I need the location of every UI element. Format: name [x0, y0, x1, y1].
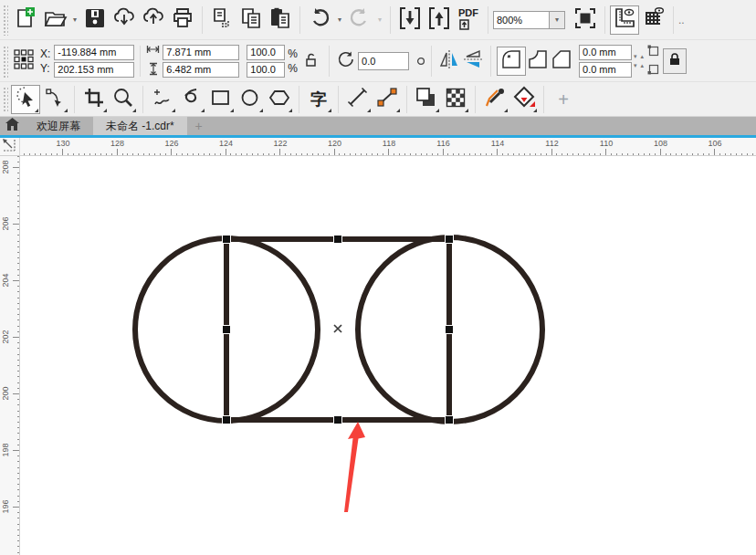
toolbar-gripper[interactable] — [2, 45, 8, 78]
show-grid-button[interactable] — [639, 5, 668, 35]
full-screen-preview-button[interactable] — [571, 5, 600, 35]
round-corner-button[interactable] — [497, 47, 526, 76]
scalloped-corner-button[interactable] — [526, 47, 550, 76]
v-ruler-label: 206 — [1, 215, 10, 233]
eyedropper-tool[interactable] — [480, 85, 509, 114]
transparency-tool[interactable] — [441, 85, 470, 114]
dimension-tool[interactable] — [343, 85, 373, 114]
tab-label: 未命名 -1.cdr* — [106, 119, 174, 134]
redo-dropdown-caret[interactable]: ▾ — [374, 16, 385, 24]
corner-radius-top-input[interactable] — [579, 45, 632, 60]
undo-dropdown-caret[interactable]: ▾ — [334, 16, 345, 24]
new-document-button[interactable] — [11, 5, 40, 35]
flip-vertical-button[interactable] — [461, 47, 485, 76]
h-ruler-minor-tick — [535, 153, 536, 155]
ruler-origin[interactable] — [0, 138, 20, 156]
object-height-input[interactable] — [163, 62, 239, 78]
h-ruler-label: 128 — [109, 139, 127, 148]
bspline-tool[interactable] — [177, 85, 206, 114]
zoom-level-dropdown-button[interactable]: ▾ — [550, 11, 565, 29]
corner-radius-bottom-input[interactable] — [579, 62, 632, 78]
open-folder-icon — [42, 5, 68, 35]
export-button[interactable] — [425, 5, 454, 35]
spinner-buttons[interactable]: ▾ ▴ — [634, 53, 645, 60]
toolbar-gripper[interactable] — [2, 4, 8, 35]
x-position-input[interactable] — [54, 45, 134, 60]
h-ruler-minor-tick — [57, 153, 58, 155]
pdf-export-button[interactable]: PDF — [454, 5, 483, 35]
v-ruler-minor-tick — [17, 461, 19, 462]
crop-tool[interactable] — [79, 85, 109, 114]
rectangle-tool[interactable] — [206, 85, 236, 114]
redo-icon — [347, 5, 373, 35]
pick-tool[interactable] — [11, 85, 40, 114]
cloud-download-button[interactable] — [110, 5, 139, 35]
toolbar-gripper[interactable] — [2, 86, 8, 113]
y-position-input[interactable] — [54, 62, 134, 78]
chamfered-corner-button[interactable] — [550, 47, 573, 76]
text-tool[interactable]: 字 — [304, 85, 333, 114]
object-width-input[interactable] — [163, 45, 239, 60]
text-tool-icon: 字 — [310, 91, 327, 108]
v-ruler-minor-tick — [17, 263, 19, 264]
drawing-canvas[interactable] — [20, 156, 756, 555]
lock-corners-button[interactable] — [663, 48, 687, 74]
freehand-tool[interactable] — [148, 85, 177, 114]
ellipse-tool[interactable] — [236, 85, 265, 114]
flip-horizontal-button[interactable] — [437, 47, 461, 76]
print-button[interactable] — [168, 5, 197, 35]
cloud-upload-button[interactable] — [139, 5, 168, 35]
tab-welcome-screen[interactable]: 欢迎屏幕 — [24, 117, 93, 135]
zoom-level-combobox[interactable]: ▾ — [493, 11, 565, 29]
copy-button[interactable] — [236, 5, 266, 35]
spinner-buttons[interactable]: ▾ ▴ — [634, 62, 645, 69]
import-button[interactable] — [395, 5, 425, 35]
toolbar-overflow-button[interactable]: .. — [678, 14, 685, 26]
save-button[interactable] — [80, 5, 110, 35]
redo-button[interactable] — [345, 5, 374, 35]
h-ruler-minor-tick — [426, 153, 427, 155]
open-dropdown-caret[interactable]: ▾ — [69, 16, 80, 24]
paste-special-button[interactable] — [207, 5, 236, 35]
vertical-ruler[interactable]: 208206204202200198196194 — [0, 156, 20, 555]
connector-tool[interactable] — [373, 85, 402, 114]
paste-button[interactable] — [266, 5, 295, 35]
h-ruler-minor-tick — [709, 153, 709, 155]
horizontal-ruler[interactable]: 130128126124122120118116114112110108106 — [20, 138, 756, 156]
tab-document[interactable]: 未命名 -1.cdr* — [93, 117, 187, 135]
add-tool-button[interactable]: + — [549, 85, 578, 114]
h-ruler-minor-tick — [447, 153, 448, 155]
smart-fill-tool[interactable] — [509, 85, 539, 114]
new-tab-button[interactable]: + — [187, 117, 211, 135]
zoom-level-input[interactable] — [493, 11, 550, 29]
v-ruler-minor-tick — [17, 416, 19, 417]
undo-button[interactable] — [305, 5, 334, 35]
eyedropper-icon — [482, 85, 508, 114]
shadow-tool[interactable] — [412, 85, 441, 114]
zoom-tool[interactable] — [109, 85, 138, 114]
show-rulers-button[interactable] — [610, 5, 639, 35]
h-ruler-minor-tick — [73, 153, 74, 155]
ellipse-tool-icon — [237, 85, 263, 114]
scale-vertical-input[interactable] — [247, 62, 285, 78]
h-ruler-minor-tick — [257, 153, 258, 155]
h-ruler-minor-tick — [752, 153, 753, 155]
scale-horizontal-input[interactable] — [247, 45, 285, 60]
v-ruler-minor-tick — [17, 354, 19, 355]
rotation-angle-input[interactable] — [358, 52, 409, 70]
shape-tool[interactable] — [40, 85, 69, 114]
open-button[interactable] — [40, 5, 69, 35]
object-height-icon — [148, 62, 159, 79]
v-ruler-minor-tick — [17, 224, 19, 225]
polygon-tool[interactable] — [265, 85, 294, 114]
corner-handle-icon — [647, 62, 659, 79]
v-ruler-minor-tick — [17, 512, 19, 513]
h-ruler-minor-tick — [187, 153, 188, 155]
v-ruler-minor-tick — [17, 309, 19, 309]
v-ruler-minor-tick — [17, 331, 19, 332]
v-ruler-minor-tick — [17, 319, 19, 320]
v-ruler-minor-tick — [17, 291, 19, 292]
h-ruler-minor-tick — [513, 153, 514, 155]
lock-ratio-button[interactable] — [299, 47, 323, 76]
home-button[interactable] — [0, 117, 24, 135]
